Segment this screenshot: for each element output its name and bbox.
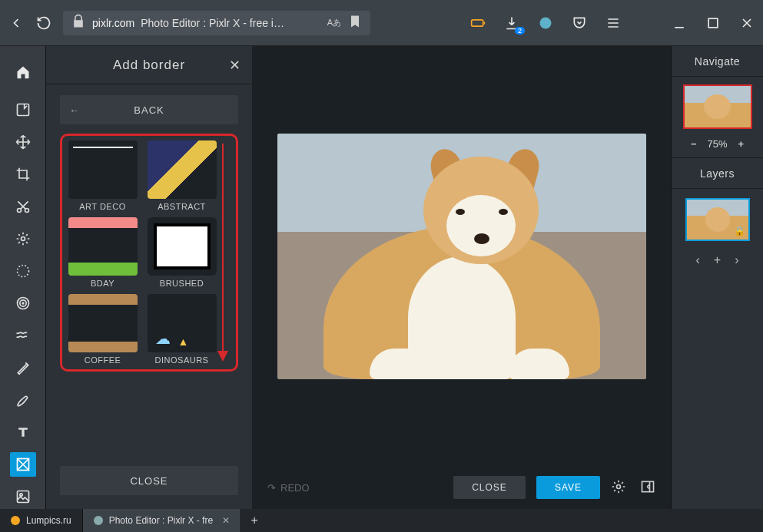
- canvas-close-button[interactable]: CLOSE: [453, 476, 526, 499]
- bookmark-icon[interactable]: [347, 14, 363, 31]
- redo-label: REDO: [280, 482, 310, 494]
- tool-rail: [0, 46, 46, 509]
- border-option-dinosaurs[interactable]: DINOSAURS: [146, 294, 217, 365]
- tab-label: Photo Editor : Pixlr X - fre: [109, 515, 213, 526]
- border-option-art-deco[interactable]: ART DECO: [67, 140, 138, 211]
- zoom-out-button[interactable]: −: [691, 138, 697, 150]
- home-icon[interactable]: [0, 54, 45, 90]
- tool-open-icon[interactable]: [10, 97, 36, 122]
- border-option-coffee[interactable]: COFFEE: [67, 294, 138, 365]
- canvas-viewport[interactable]: [252, 46, 671, 466]
- navigate-thumbnail[interactable]: [683, 84, 752, 129]
- app-shell: Add border ✕ ← BACK ART DECO ABSTRACT: [0, 46, 763, 509]
- favicon: [11, 516, 20, 525]
- browser-tab[interactable]: Photo Editor : Pixlr X - fre ✕: [83, 509, 241, 532]
- tool-cut-icon[interactable]: [10, 194, 36, 219]
- settings-icon[interactable]: [611, 479, 626, 497]
- close-label: CLOSE: [130, 475, 168, 487]
- tool-border-icon[interactable]: [10, 452, 36, 477]
- layers-header: Layers: [672, 158, 763, 189]
- layer-lock-icon: 🔒: [734, 226, 745, 236]
- svg-point-6: [21, 237, 25, 241]
- svg-point-14: [617, 484, 621, 488]
- tool-filter-icon[interactable]: [10, 259, 36, 283]
- maximize-icon[interactable]: [705, 15, 722, 31]
- zoom-in-button[interactable]: +: [738, 138, 745, 150]
- page-title-inline: Photo Editor : Pixlr X - free i…: [141, 17, 284, 29]
- save-button[interactable]: SAVE: [536, 476, 600, 499]
- border-preview: [68, 217, 138, 276]
- tool-element-icon[interactable]: [10, 484, 36, 509]
- border-preview: [148, 217, 217, 276]
- canvas-close-label: CLOSE: [472, 482, 507, 493]
- svg-point-1: [540, 17, 552, 28]
- border-option-bday[interactable]: BDAY: [67, 217, 138, 288]
- svg-rect-0: [472, 19, 483, 25]
- border-preview: [68, 140, 138, 199]
- save-label: SAVE: [555, 482, 582, 493]
- canvas-image: [277, 134, 646, 379]
- tool-crop-icon[interactable]: [10, 162, 36, 187]
- download-badge: 2: [515, 27, 525, 35]
- download-icon[interactable]: 2: [503, 15, 520, 31]
- browser-toolbar: pixlr.com Photo Editor : Pixlr X - free …: [0, 0, 763, 46]
- new-tab-button[interactable]: +: [241, 509, 267, 532]
- tool-text-icon[interactable]: [10, 420, 36, 444]
- back-button[interactable]: ← BACK: [60, 95, 238, 124]
- pocket-icon[interactable]: [571, 15, 588, 31]
- canvas-area: ↷ REDO CLOSE SAVE: [252, 46, 671, 509]
- svg-point-7: [17, 266, 28, 277]
- border-option-brushed[interactable]: BRUSHED: [146, 217, 217, 288]
- border-label: BRUSHED: [160, 279, 204, 288]
- tab-label: Lumpics.ru: [26, 515, 71, 526]
- browser-tab[interactable]: Lumpics.ru: [0, 509, 83, 532]
- lock-icon: [71, 14, 86, 31]
- back-label: BACK: [134, 104, 164, 116]
- panel-close-button[interactable]: CLOSE: [60, 466, 238, 495]
- menu-icon[interactable]: [605, 15, 622, 31]
- scroll-hint-arrow: [216, 144, 230, 362]
- tab-close-icon[interactable]: ✕: [222, 515, 230, 526]
- border-label: ART DECO: [79, 202, 125, 211]
- border-preview: [148, 294, 217, 352]
- panel-close-icon[interactable]: ✕: [229, 57, 241, 74]
- border-preview: [148, 140, 217, 199]
- tool-draw-icon[interactable]: [10, 388, 36, 412]
- side-panel: Add border ✕ ← BACK ART DECO ABSTRACT: [46, 46, 252, 509]
- border-grid-highlight: ART DECO ABSTRACT BDAY BRUSHED: [60, 134, 238, 372]
- svg-rect-12: [17, 491, 28, 503]
- redo-icon: ↷: [267, 482, 276, 494]
- battery-icon: [469, 15, 486, 31]
- redo-button[interactable]: ↷ REDO: [267, 482, 310, 494]
- zoom-value: 75%: [707, 138, 727, 150]
- translate-icon[interactable]: Aあ: [327, 17, 341, 28]
- window-close-icon[interactable]: [738, 15, 755, 31]
- tool-adjust-icon[interactable]: [10, 226, 36, 251]
- favicon: [94, 516, 103, 525]
- canvas-toolbar: ↷ REDO CLOSE SAVE: [252, 466, 671, 509]
- nav-back-icon[interactable]: [8, 15, 25, 31]
- border-label: ABSTRACT: [158, 202, 206, 211]
- tool-arrange-icon[interactable]: [10, 130, 36, 154]
- profile-icon[interactable]: [537, 15, 554, 31]
- border-label: COFFEE: [85, 355, 121, 365]
- navigate-header: Navigate: [672, 46, 763, 77]
- reload-icon[interactable]: [35, 15, 52, 31]
- minimize-icon[interactable]: [671, 15, 688, 31]
- back-arrow-icon: ←: [69, 104, 80, 116]
- layer-prev-icon[interactable]: ‹: [696, 253, 700, 267]
- border-preview: [68, 294, 138, 352]
- zoom-control: − 75% +: [672, 135, 763, 158]
- browser-tab-bar: Lumpics.ru Photo Editor : Pixlr X - fre …: [0, 509, 763, 532]
- panel-title: Add border: [113, 58, 185, 73]
- tool-effects-icon[interactable]: [10, 291, 36, 316]
- url-host: pixlr.com: [92, 17, 134, 29]
- layer-thumbnail[interactable]: 🔒: [685, 198, 750, 241]
- toggle-panels-icon[interactable]: [640, 479, 655, 497]
- tool-retouch-icon[interactable]: [10, 355, 36, 380]
- border-option-abstract[interactable]: ABSTRACT: [146, 140, 217, 211]
- tool-liquify-icon[interactable]: [10, 323, 36, 348]
- layer-add-icon[interactable]: +: [714, 253, 721, 267]
- layer-next-icon[interactable]: ›: [735, 253, 738, 267]
- url-box[interactable]: pixlr.com Photo Editor : Pixlr X - free …: [63, 11, 370, 35]
